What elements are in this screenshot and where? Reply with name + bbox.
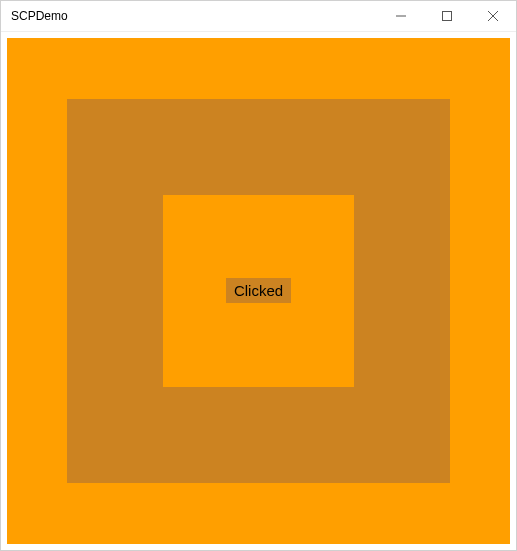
window-controls: [378, 1, 516, 31]
maximize-button[interactable]: [424, 1, 470, 31]
minimize-icon: [396, 7, 406, 25]
client-area: Clicked: [1, 32, 516, 550]
svg-rect-1: [443, 12, 452, 21]
middle-panel: Clicked: [67, 99, 449, 484]
close-icon: [488, 7, 498, 25]
titlebar[interactable]: SCPDemo: [1, 1, 516, 32]
minimize-button[interactable]: [378, 1, 424, 31]
window-title: SCPDemo: [1, 9, 378, 23]
inner-panel: Clicked: [163, 195, 354, 387]
close-button[interactable]: [470, 1, 516, 31]
app-window: SCPDemo Cli: [0, 0, 517, 551]
clicked-button-label: Clicked: [234, 282, 283, 299]
maximize-icon: [442, 7, 452, 25]
clicked-button[interactable]: Clicked: [226, 278, 291, 303]
outer-panel: Clicked: [7, 38, 510, 544]
